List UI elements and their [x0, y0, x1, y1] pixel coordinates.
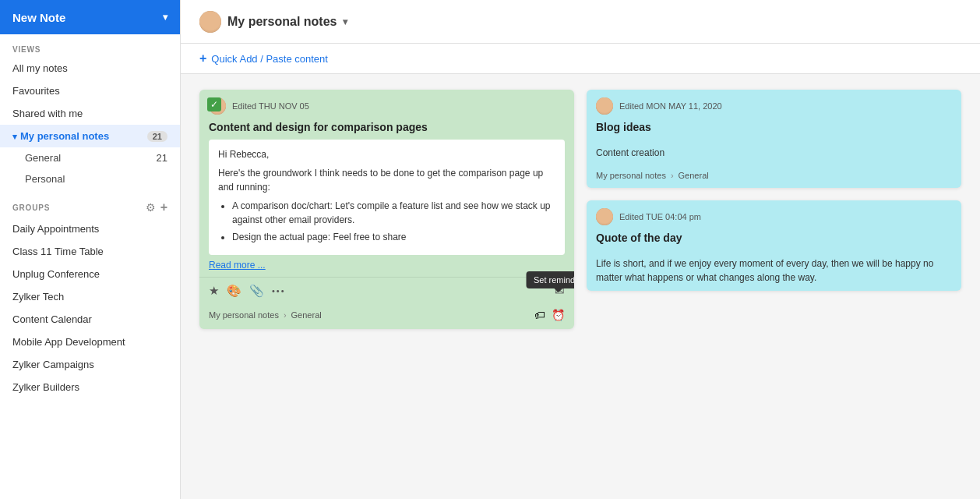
note-1-toolbar: ★ 🎨 📎 ••• ✉	[199, 277, 574, 304]
note-1-tag-icon[interactable]: 🏷	[534, 309, 545, 321]
note-card-2: Edited MON MAY 11, 2020 Blog ideas Conte…	[587, 90, 961, 188]
note-1-body-text: Here's the groundwork I think needs to b…	[218, 166, 555, 194]
note-card-1: ✓ Edited THU NOV 05 Content and design f…	[199, 90, 574, 329]
note-1-footer: My personal notes › General 🏷 Set remind…	[199, 304, 574, 329]
sidebar-item-zylker-builders[interactable]: Zylker Builders	[0, 376, 180, 398]
quick-add-bar[interactable]: + Quick Add / Paste content	[181, 44, 980, 74]
note-3-preview: Life is short, and if we enjoy every mom…	[587, 250, 961, 291]
groups-header: GROUPS ⚙ +	[0, 189, 180, 218]
note-2-preview: Content creation	[587, 140, 961, 166]
sidebar-item-class-11-timetable[interactable]: Class 11 Time Table	[0, 240, 180, 263]
note-1-path-2: General	[291, 310, 322, 320]
note-1-list: A comparison doc/chart: Let's compile a …	[218, 199, 555, 244]
note-1-path-arrow: ›	[284, 310, 287, 320]
sidebar-sub-item-general[interactable]: General 21	[0, 147, 180, 168]
general-badge: 21	[157, 152, 167, 164]
notebook-title[interactable]: My personal notes ▾	[199, 11, 347, 33]
quick-add-plus-icon: +	[199, 51, 206, 65]
sidebar-item-zylker-campaigns[interactable]: Zylker Campaigns	[0, 353, 180, 376]
note-1-greeting: Hi Rebecca,	[218, 147, 555, 161]
note-3-edited: Edited TUE 04:04 pm	[619, 212, 701, 221]
notebook-title-text: My personal notes	[227, 15, 337, 29]
my-personal-notes-label: ▾My personal notes	[12, 130, 109, 142]
my-personal-notes-badge: 21	[147, 131, 167, 142]
note-2-path-arrow: ›	[671, 171, 674, 180]
note-3-title: Quote of the day	[587, 230, 961, 250]
note-2-avatar	[596, 97, 613, 115]
note-1-title: Content and design for comparison pages	[199, 119, 574, 140]
note-2-edited: Edited MON MAY 11, 2020	[619, 101, 722, 111]
new-note-chevron: ▾	[163, 12, 167, 23]
note-1-reminder-wrapper: Set reminder ⏰	[552, 309, 565, 321]
note-1-footer-icons: 🏷 Set reminder ⏰	[534, 309, 565, 321]
note-1-more-icon[interactable]: •••	[272, 286, 286, 296]
groups-actions: ⚙ +	[146, 200, 167, 214]
note-card-3: Edited TUE 04:04 pm Quote of the day Lif…	[587, 200, 961, 291]
sidebar-sub-item-personal[interactable]: Personal	[0, 168, 180, 189]
new-note-label: New Note	[12, 11, 65, 24]
sidebar-item-unplug-conference[interactable]: Unplug Conference	[0, 263, 180, 285]
note-2-path-1: My personal notes	[596, 171, 666, 180]
note-1-toolbar-left: ★ 🎨 📎 •••	[209, 284, 286, 298]
note-1-reminder-tooltip: Set reminder	[526, 271, 574, 288]
note-3-header: Edited TUE 04:04 pm	[587, 200, 961, 230]
sidebar-item-content-calendar[interactable]: Content Calendar	[0, 308, 180, 331]
note-3-avatar	[596, 208, 613, 225]
notebook-avatar	[199, 11, 221, 33]
notebook-chevron-icon: ▾	[343, 16, 347, 27]
sidebar-item-shared-with-me[interactable]: Shared with me	[0, 102, 180, 125]
note-1-checkbox[interactable]: ✓	[207, 97, 221, 111]
quick-add-label: Quick Add / Paste content	[211, 53, 328, 65]
note-2-path-2: General	[679, 171, 709, 180]
note-1-edited: Edited THU NOV 05	[232, 101, 309, 111]
groups-filter-icon[interactable]: ⚙	[146, 201, 156, 214]
note-1-body: Hi Rebecca, Here's the groundwork I thin…	[209, 140, 565, 255]
note-1-attach-icon[interactable]: 📎	[249, 284, 264, 298]
notes-grid: ✓ Edited THU NOV 05 Content and design f…	[181, 74, 980, 499]
sidebar-item-zylker-tech[interactable]: Zylker Tech	[0, 285, 180, 308]
right-column: Edited MON MAY 11, 2020 Blog ideas Conte…	[587, 90, 961, 329]
sidebar-item-all-my-notes[interactable]: All my notes	[0, 57, 180, 80]
note-1-bullet-1: A comparison doc/chart: Let's compile a …	[232, 199, 555, 227]
note-2-footer: My personal notes › General	[587, 166, 961, 188]
note-2-title: Blog ideas	[587, 119, 961, 140]
note-1-bullet-2: Design the actual page: Feel free to sha…	[232, 230, 555, 244]
note-1-star-icon[interactable]: ★	[209, 284, 219, 298]
sidebar-item-daily-appointments[interactable]: Daily Appointments	[0, 218, 180, 240]
note-1-palette-icon[interactable]: 🎨	[227, 284, 241, 298]
note-2-path: My personal notes › General	[596, 171, 709, 180]
groups-section-label: GROUPS	[12, 203, 50, 212]
views-section-label: VIEWS	[0, 34, 180, 57]
sidebar-item-my-personal-notes[interactable]: ▾My personal notes 21	[0, 125, 180, 147]
top-bar: My personal notes ▾	[181, 0, 980, 44]
note-1-path: My personal notes › General	[209, 310, 322, 320]
sidebar-item-favourites[interactable]: Favourites	[0, 80, 180, 102]
note-2-header: Edited MON MAY 11, 2020	[587, 90, 961, 119]
note-1-reminder-icon[interactable]: ⏰	[552, 309, 565, 321]
sidebar-item-mobile-app-dev[interactable]: Mobile App Development	[0, 331, 180, 353]
new-note-button[interactable]: New Note ▾	[0, 0, 180, 34]
note-1-read-more[interactable]: Read more ...	[199, 255, 574, 277]
groups-add-icon[interactable]: +	[160, 200, 167, 214]
sidebar: New Note ▾ VIEWS All my notes Favourites…	[0, 0, 181, 499]
note-1-path-1: My personal notes	[209, 310, 279, 320]
note-1-header: Edited THU NOV 05	[199, 90, 574, 119]
main-content: My personal notes ▾ + Quick Add / Paste …	[181, 0, 980, 499]
